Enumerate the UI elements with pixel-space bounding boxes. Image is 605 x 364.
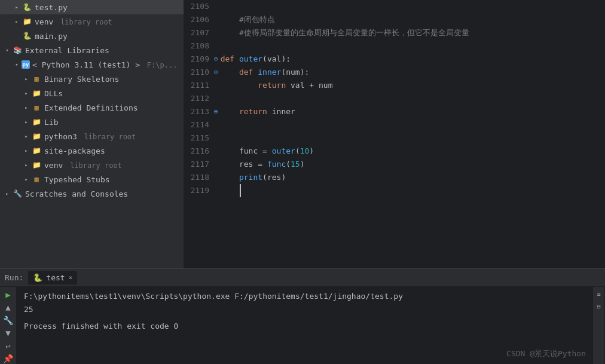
run-toolbar: ▶ ▲ 🔧 ▼ ↩ 📌 (0, 287, 17, 364)
tree-item-scratches[interactable]: 🔧 Scratches and Consoles (0, 186, 184, 201)
fold-gutter: ⊖ ⊖ ⊖ (214, 0, 218, 268)
code-line-2115 (218, 131, 605, 145)
run-play-button[interactable]: ▶ (2, 289, 15, 300)
chevron-typeshed (22, 175, 31, 184)
run-body: ▶ ▲ 🔧 ▼ ↩ 📌 F:\pythonitems\test1\venv\Sc… (0, 287, 605, 364)
chevron-test-py (12, 2, 22, 12)
fold-return[interactable]: ⊖ (214, 105, 218, 118)
chevron-site-packages (22, 146, 31, 155)
code-line-2110: def inner(num): (218, 66, 605, 79)
label-python311: < Python 3.11 (test1) > F:\p... (32, 60, 177, 69)
chevron-venv (12, 17, 22, 26)
run-wrap-button[interactable]: ↩ (2, 341, 15, 351)
folder-icon-site: 📁 (31, 145, 42, 156)
tree-item-main-py[interactable]: 🐍 main.py (0, 29, 184, 43)
tree-item-external-libraries[interactable]: 📚 External Libraries (0, 43, 184, 57)
code-editor[interactable]: 2105 2106 2107 2108 2109 2110 2111 2112 … (184, 0, 605, 268)
code-line-2109: def outer(val): (218, 53, 605, 66)
run-scroll-up-button[interactable]: ▲ (2, 302, 15, 313)
right-icons: ≡ ⊟ (593, 287, 605, 364)
label-site-packages: site-packages (44, 146, 105, 155)
label-venv2: venv library root (44, 161, 122, 170)
folder-icon-venv: 📁 (22, 16, 32, 27)
label-typeshed: Typeshed Stubs (44, 175, 110, 184)
code-line-2106: #闭包特点 (218, 13, 605, 26)
chevron-binary-skeletons (22, 74, 31, 84)
code-line-2114 (218, 118, 605, 131)
label-binary-skeletons: Binary Skeletons (44, 75, 119, 84)
output-exit: Process finished with exit code 0 (24, 320, 586, 332)
label-lib: Lib (44, 118, 58, 127)
chevron-extended-defs (22, 103, 31, 112)
tree-item-lib[interactable]: 📁 Lib (0, 115, 184, 129)
skeleton-icon-binary: ▦ (31, 74, 42, 84)
label-test-py: test.py (35, 3, 68, 12)
chevron-lib (22, 117, 31, 127)
tree-item-venv2[interactable]: 📁 venv library root (0, 158, 184, 172)
code-line-2116: func = outer(10) (218, 145, 605, 158)
fold-outer[interactable]: ⊖ (214, 53, 218, 66)
run-tab-icon: 🐍 (33, 273, 42, 282)
chevron-dlls (22, 88, 31, 98)
label-venv: venv library root (35, 17, 112, 26)
label-dlls: DLLs (44, 89, 63, 98)
label-scratches: Scratches and Consoles (25, 189, 128, 198)
watermark: CSDN @景天说Python (506, 348, 586, 359)
code-line-2118: print(res) (218, 171, 605, 184)
output-path: F:\pythonitems\test1\venv\Scripts\python… (24, 290, 586, 302)
label-external-libraries: External Libraries (25, 46, 109, 55)
chevron-scratches (2, 189, 12, 198)
run-tab-close[interactable]: × (69, 274, 73, 282)
library-icon-external: 📚 (12, 45, 23, 56)
tree-item-test-py[interactable]: 🐍 test.py (0, 0, 184, 14)
file-tree[interactable]: 🐍 test.py 📁 venv library root 🐍 main.py … (0, 0, 184, 268)
code-line-2119 (218, 184, 605, 197)
run-wrench-button[interactable]: 🔧 (2, 315, 15, 326)
code-line-2111: return val + num (218, 79, 605, 92)
tree-item-python311[interactable]: py < Python 3.11 (test1) > F:\p... (0, 57, 184, 72)
tree-item-venv[interactable]: 📁 venv library root (0, 14, 184, 29)
folder-icon-venv2: 📁 (31, 160, 42, 170)
tree-item-extended-definitions[interactable]: ▦ Extended Definitions (0, 100, 184, 115)
tree-item-site-packages[interactable]: 📁 site-packages (0, 143, 184, 158)
skeleton-icon-typeshed: ▦ (31, 174, 42, 185)
line-numbers: 2105 2106 2107 2108 2109 2110 2111 2112 … (184, 0, 214, 268)
scratch-icon: 🔧 (12, 188, 23, 199)
code-line-2113: return inner (218, 105, 605, 118)
label-main-py: main.py (35, 32, 68, 41)
output-result: 25 (24, 304, 586, 316)
py-icon-main: 🐍 (22, 30, 32, 41)
py-icon-test: 🐍 (22, 2, 32, 13)
chevron-python3 (22, 131, 31, 141)
fold-inner[interactable]: ⊖ (214, 66, 218, 79)
tree-item-python3[interactable]: 📁 python3 library root (0, 129, 184, 143)
run-pin-button[interactable]: 📌 (2, 354, 15, 365)
code-line-2107: #使得局部变量的生命周期与全局变量的一样长，但它不是全局变量 (218, 26, 605, 39)
folder-icon-python3: 📁 (31, 131, 42, 142)
collapse-icon[interactable]: ⊟ (594, 301, 604, 311)
structure-icon[interactable]: ≡ (594, 289, 604, 299)
code-line-2105 (218, 0, 605, 13)
label-extended-definitions: Extended Definitions (44, 103, 138, 112)
run-panel: Run: 🐍 test × ▶ ▲ 🔧 ▼ ↩ 📌 F:\pythonitems… (0, 268, 605, 364)
run-scroll-down-button[interactable]: ▼ (2, 328, 15, 339)
tree-item-typeshed[interactable]: ▦ Typeshed Stubs (0, 172, 184, 186)
run-tab-test[interactable]: 🐍 test × (28, 271, 77, 285)
run-output-area: F:\pythonitems\test1\venv\Scripts\python… (17, 287, 593, 364)
run-label: Run: (5, 273, 23, 282)
code-line-2112 (218, 92, 605, 105)
code-lines[interactable]: #闭包特点 #使得局部变量的生命周期与全局变量的一样长，但它不是全局变量 def… (218, 0, 605, 268)
python-icon: py (22, 60, 30, 69)
tree-item-binary-skeletons[interactable]: ▦ Binary Skeletons (0, 72, 184, 86)
folder-icon-dlls: 📁 (31, 88, 42, 99)
skeleton-icon-extended: ▦ (31, 102, 42, 113)
chevron-external-libs (2, 45, 12, 55)
code-content: 2105 2106 2107 2108 2109 2110 2111 2112 … (184, 0, 605, 268)
run-tab-label: test (46, 273, 65, 282)
tree-item-dlls[interactable]: 📁 DLLs (0, 86, 184, 100)
run-header: Run: 🐍 test × (0, 269, 605, 287)
chevron-venv2 (22, 160, 31, 170)
code-line-2108 (218, 39, 605, 53)
folder-icon-lib: 📁 (31, 117, 42, 127)
code-line-2117: res = func(15) (218, 158, 605, 171)
